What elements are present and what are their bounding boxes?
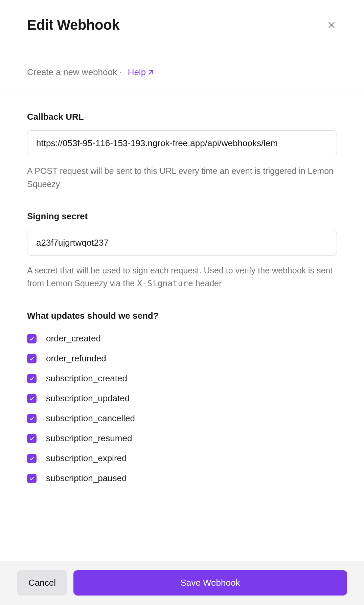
checkbox-label: subscription_paused	[46, 473, 127, 484]
svg-line-2	[149, 70, 153, 74]
check-icon	[29, 456, 35, 461]
checkbox[interactable]	[27, 334, 37, 343]
checkbox-label: order_refunded	[46, 353, 106, 364]
signing-secret-field: Signing secret A secret that will be use…	[27, 211, 337, 291]
event-checkbox-order_refunded[interactable]: order_refunded	[27, 353, 337, 364]
check-icon	[29, 356, 35, 361]
event-checkbox-subscription_cancelled[interactable]: subscription_cancelled	[27, 413, 337, 424]
callback-url-input[interactable]	[27, 130, 337, 156]
save-button[interactable]: Save Webhook	[73, 570, 347, 596]
dialog-footer: Cancel Save Webhook	[0, 561, 364, 605]
close-button[interactable]	[326, 20, 337, 30]
event-checkbox-subscription_resumed[interactable]: subscription_resumed	[27, 433, 337, 444]
check-icon	[29, 416, 35, 421]
callback-url-help: A POST request will be sent to this URL …	[27, 164, 337, 191]
checkbox[interactable]	[27, 374, 37, 383]
checkbox[interactable]	[27, 394, 37, 403]
dialog-title: Edit Webhook	[27, 17, 119, 33]
external-link-icon	[147, 69, 155, 76]
subtitle-text: Create a new webhook	[27, 67, 117, 77]
checkbox-label: subscription_cancelled	[46, 413, 135, 424]
events-field: What updates should we send? order_creat…	[27, 311, 337, 484]
dialog-content: Callback URL A POST request will be sent…	[0, 91, 364, 561]
signing-secret-label: Signing secret	[27, 211, 337, 222]
cancel-button[interactable]: Cancel	[17, 570, 67, 596]
event-checkbox-subscription_expired[interactable]: subscription_expired	[27, 453, 337, 464]
checkbox[interactable]	[27, 414, 37, 423]
check-icon	[29, 436, 35, 441]
check-icon	[29, 376, 35, 381]
events-checkbox-list: order_createdorder_refundedsubscription_…	[27, 333, 337, 484]
checkbox-label: subscription_expired	[46, 453, 127, 464]
signing-secret-input[interactable]	[27, 230, 337, 256]
dialog-header: Edit Webhook Create a new webhook · Help	[0, 0, 364, 91]
signing-secret-help: A secret that will be used to sign each …	[27, 264, 337, 291]
dialog-subtitle: Create a new webhook · Help	[27, 67, 337, 77]
close-icon	[327, 21, 336, 29]
help-link[interactable]: Help	[128, 67, 155, 77]
checkbox-label: subscription_resumed	[46, 433, 132, 444]
check-icon	[29, 336, 35, 341]
event-checkbox-order_created[interactable]: order_created	[27, 333, 337, 344]
event-checkbox-subscription_updated[interactable]: subscription_updated	[27, 393, 337, 404]
check-icon	[29, 476, 35, 481]
events-label: What updates should we send?	[27, 311, 337, 321]
callback-url-label: Callback URL	[27, 112, 337, 122]
x-signature-code: X-Signature	[137, 278, 193, 288]
checkbox-label: subscription_created	[46, 373, 127, 384]
checkbox[interactable]	[27, 454, 37, 463]
check-icon	[29, 396, 35, 401]
checkbox-label: order_created	[46, 333, 101, 344]
callback-url-field: Callback URL A POST request will be sent…	[27, 112, 337, 191]
help-link-label: Help	[128, 67, 146, 77]
event-checkbox-subscription_paused[interactable]: subscription_paused	[27, 473, 337, 484]
checkbox-label: subscription_updated	[46, 393, 130, 404]
event-checkbox-subscription_created[interactable]: subscription_created	[27, 373, 337, 384]
checkbox[interactable]	[27, 434, 37, 443]
checkbox[interactable]	[27, 354, 37, 363]
checkbox[interactable]	[27, 474, 37, 483]
